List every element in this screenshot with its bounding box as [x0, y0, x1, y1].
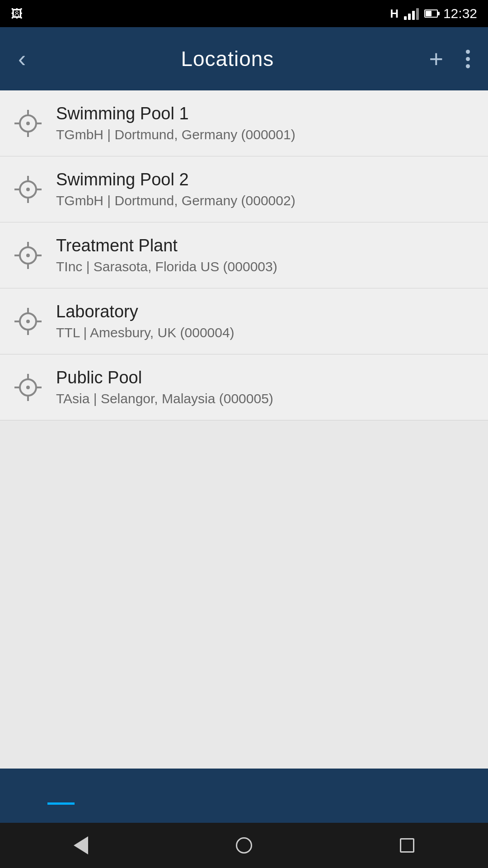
location-detail: TTL | Amesbury, UK (000004) — [56, 325, 235, 340]
list-item[interactable]: Public Pool TAsia | Selangor, Malaysia (… — [0, 354, 488, 420]
crosshair-icon — [14, 109, 42, 138]
active-indicator — [47, 802, 75, 805]
svg-point-7 — [26, 188, 30, 191]
status-right: H 12:32 — [390, 6, 477, 21]
location-detail: TGmbH | Dortmund, Germany (000002) — [56, 193, 296, 208]
list-item-content: Public Pool TAsia | Selangor, Malaysia (… — [56, 368, 273, 406]
toolbar-actions: + — [424, 42, 474, 75]
battery-icon — [424, 9, 438, 18]
location-name: Swimming Pool 2 — [56, 170, 296, 189]
more-dot-2 — [466, 57, 470, 61]
back-nav-button[interactable] — [74, 836, 88, 854]
h-signal-label: H — [390, 7, 399, 21]
home-nav-button[interactable] — [236, 837, 252, 854]
crosshair-icon — [14, 373, 42, 402]
location-detail: TGmbH | Dortmund, Germany (000001) — [56, 127, 296, 142]
nav-item-chart[interactable] — [291, 791, 319, 800]
list-item-content: Swimming Pool 2 TGmbH | Dortmund, German… — [56, 170, 296, 208]
page-title: Locations — [30, 47, 424, 71]
toolbar: ‹ Locations + — [0, 27, 488, 90]
list-item-content: Swimming Pool 1 TGmbH | Dortmund, German… — [56, 104, 296, 142]
location-name: Public Pool — [56, 368, 273, 387]
more-options-button[interactable] — [461, 45, 474, 73]
svg-point-13 — [26, 254, 30, 257]
list-item-content: Laboratory TTL | Amesbury, UK (000004) — [56, 302, 235, 340]
svg-point-1 — [26, 122, 30, 125]
locations-list: Swimming Pool 1 TGmbH | Dortmund, German… — [0, 90, 488, 420]
location-detail: TInc | Sarasota, Florida US (000003) — [56, 259, 277, 274]
nav-item-list[interactable] — [47, 791, 75, 800]
bottom-nav — [0, 769, 488, 823]
list-item[interactable]: Swimming Pool 1 TGmbH | Dortmund, German… — [0, 90, 488, 156]
system-nav-bar — [0, 823, 488, 868]
add-location-button[interactable]: + — [424, 42, 448, 75]
nav-item-compass[interactable] — [413, 791, 441, 800]
list-item[interactable]: Laboratory TTL | Amesbury, UK (000004) — [0, 288, 488, 354]
location-detail: TAsia | Selangor, Malaysia (000005) — [56, 391, 273, 406]
crosshair-icon — [14, 241, 42, 270]
list-item[interactable]: Swimming Pool 2 TGmbH | Dortmund, German… — [0, 156, 488, 222]
status-left: 🖼 — [11, 7, 23, 21]
list-item[interactable]: Treatment Plant TInc | Sarasota, Florida… — [0, 222, 488, 288]
location-name: Treatment Plant — [56, 236, 277, 255]
signal-strength-icon — [404, 7, 419, 20]
back-button[interactable]: ‹ — [14, 42, 30, 75]
nav-item-bluetooth[interactable] — [169, 791, 197, 800]
photo-icon: 🖼 — [11, 7, 23, 21]
location-name: Swimming Pool 1 — [56, 104, 296, 123]
status-bar: 🖼 H 12:32 — [0, 0, 488, 27]
svg-point-25 — [26, 386, 30, 389]
svg-point-19 — [26, 320, 30, 323]
location-name: Laboratory — [56, 302, 235, 321]
recents-nav-button[interactable] — [400, 838, 414, 853]
more-dot-1 — [466, 50, 470, 54]
crosshair-icon — [14, 175, 42, 204]
list-item-content: Treatment Plant TInc | Sarasota, Florida… — [56, 236, 277, 274]
crosshair-icon — [14, 307, 42, 336]
more-dot-3 — [466, 64, 470, 68]
status-time: 12:32 — [443, 6, 477, 21]
